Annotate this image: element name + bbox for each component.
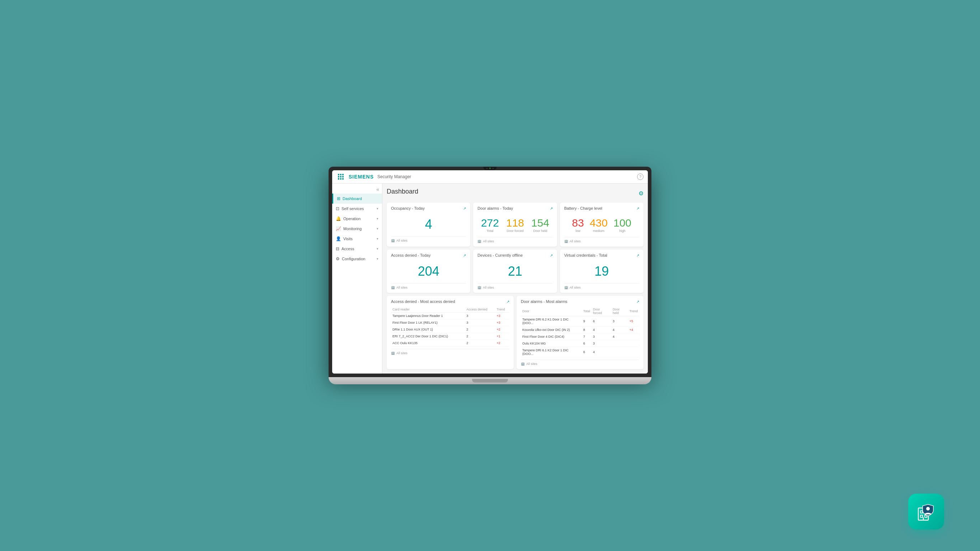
battery-high: 100 high [613, 217, 632, 233]
self-services-icon: ⊡ [336, 206, 339, 211]
monitoring-icon: 📈 [336, 226, 341, 231]
access-denied-table-title: Access denied - Most access denied [391, 299, 455, 304]
table-row: Tampere Laajennus Door Reader 1 3 +3 [391, 313, 509, 319]
access-denied-link-icon[interactable]: ↗ [463, 254, 466, 257]
card-header: Virtual credentials - Total ↗ [564, 253, 639, 257]
table-row: ERI 7_2_ACC2 Der Door 1 DIC (DIC1) 2 +1 [391, 333, 509, 340]
brand-name: SIEMENS [348, 174, 374, 179]
svg-point-6 [926, 507, 930, 510]
occupancy-link-icon[interactable]: ↗ [463, 206, 466, 210]
door-alarms-values: 272 Total 118 Door forced 154 Door held [477, 213, 552, 235]
chevron-icon: ▾ [377, 207, 379, 210]
forced-cell: 6 [592, 316, 611, 327]
table-card-header: Door alarms - Most alarms ↗ [521, 299, 639, 304]
door-cell: Tampere DRI 6.2 K1 Door 1 DIC (DOO... [521, 316, 582, 327]
table-row: First Floor Door 4 DIC (DIC4) 7 3 4 [521, 333, 639, 340]
devices-offline-link-icon[interactable]: ↗ [550, 254, 553, 257]
table-row: Oulu KK104 MG 6 3 [521, 340, 639, 347]
virtual-credentials-link-icon[interactable]: ↗ [636, 254, 639, 257]
trend-cell: +4 [628, 327, 639, 333]
access-denied-card: Access denied - Today ↗ 204 🏢 All sites [387, 249, 470, 293]
trend-cell: +2 [495, 340, 509, 347]
chevron-icon: ▾ [377, 227, 379, 230]
operation-icon: 🔔 [336, 216, 341, 221]
door-alarms-table-link-icon[interactable]: ↗ [636, 300, 639, 304]
sidebar-item-label: Monitoring [343, 227, 374, 231]
virtual-credentials-title: Virtual credentials - Total [564, 253, 607, 257]
col-total: Total [582, 306, 592, 316]
door-alarms-card: Door alarms - Today ↗ 272 Total 118 [473, 203, 557, 247]
trend-cell [628, 333, 639, 340]
sidebar-toggle[interactable]: « [332, 185, 382, 194]
dashboard-icon: ⊞ [337, 196, 340, 201]
sidebar-item-visits[interactable]: 👤 Visits ▾ [332, 234, 382, 244]
door-alarms-table-title: Door alarms - Most alarms [521, 299, 568, 304]
door-alarms-link-icon[interactable]: ↗ [550, 206, 553, 210]
battery-link-icon[interactable]: ↗ [636, 206, 639, 210]
alarm-total: 272 Total [481, 217, 499, 233]
building-icon: 🏢 [477, 240, 481, 243]
battery-footer: 🏢 All sites [564, 237, 639, 243]
reader-cell: ACC Oulu KK135 [391, 340, 465, 347]
total-cell: 6 [582, 347, 592, 357]
sidebar-item-access[interactable]: ⊟ Access ▾ [332, 244, 382, 254]
sidebar-item-dashboard[interactable]: ⊞ Dashboard [332, 194, 382, 203]
table-row: Tampere DRI 6.2 K1 Door 1 DIC (DOO... 9 … [521, 316, 639, 327]
content-area: Dashboard ⚙ Occupancy - Today ↗ 4 [382, 184, 648, 373]
battery-values: 83 low 430 medium 100 high [564, 213, 639, 235]
help-icon[interactable]: ? [637, 173, 644, 180]
card-header: Access denied - Today ↗ [391, 253, 466, 257]
held-cell: 4 [611, 333, 628, 340]
virtual-credentials-card: Virtual credentials - Total ↗ 19 🏢 All s… [560, 249, 644, 293]
occupancy-card: Occupancy - Today ↗ 4 🏢 All sites [387, 203, 470, 247]
access-denied-table: Card reader Access denied Trend Tampere … [391, 306, 509, 347]
door-cell: Tampere DRI 6.1 K2 Door 1 DIC (DOO... [521, 347, 582, 357]
door-alarms-footer: 🏢 All sites [477, 237, 552, 243]
sidebar-item-label: Self services [342, 206, 374, 211]
tables-grid: Access denied - Most access denied ↗ Car… [387, 296, 644, 369]
held-cell: 3 [611, 316, 628, 327]
reader-cell: Tampere Laajennus Door Reader 1 [391, 313, 465, 319]
app-grid-icon[interactable] [336, 172, 345, 181]
battery-title: Battery - Charge level [564, 206, 602, 210]
access-denied-table-card: Access denied - Most access denied ↗ Car… [387, 296, 514, 369]
page-title: Dashboard [387, 188, 418, 195]
sidebar-item-label: Operation [343, 216, 374, 221]
sidebar-item-configuration[interactable]: ⚙ Configuration ▾ [332, 254, 382, 264]
access-denied-title: Access denied - Today [391, 253, 430, 257]
virtual-credentials-value: 19 [564, 260, 639, 281]
access-denied-table-link-icon[interactable]: ↗ [506, 300, 509, 304]
visits-icon: 👤 [336, 236, 341, 241]
table-row: First Floor Door 1 LK (RELAY1) 3 +3 [391, 319, 509, 326]
col-door-held: Door held [611, 306, 628, 316]
forced-cell: 4 [592, 327, 611, 333]
chevron-icon: ▾ [377, 217, 379, 221]
settings-button[interactable]: ⚙ [638, 190, 644, 197]
sidebar-item-label: Access [342, 247, 374, 251]
held-cell [611, 347, 628, 357]
sidebar: « ⊞ Dashboard ⊡ Self services ▾ 🔔 Operat… [332, 184, 382, 373]
card-header: Occupancy - Today ↗ [391, 206, 466, 210]
card-header: Devices - Currently offline ↗ [477, 253, 552, 257]
held-cell [611, 340, 628, 347]
sidebar-item-self-services[interactable]: ⊡ Self services ▾ [332, 203, 382, 214]
floating-app-icon[interactable] [908, 494, 944, 529]
access-icon: ⊟ [336, 246, 339, 251]
sidebar-item-monitoring[interactable]: 📈 Monitoring ▾ [332, 224, 382, 234]
denied-cell: 2 [465, 333, 495, 340]
table-row: DRIe 1.1 Door AUX (OUT 1) 2 +2 [391, 326, 509, 333]
svg-rect-1 [920, 511, 923, 513]
sidebar-item-operation[interactable]: 🔔 Operation ▾ [332, 214, 382, 224]
table-row: Tampere DRI 6.1 K2 Door 1 DIC (DOO... 6 … [521, 347, 639, 357]
building-icon: 🏢 [391, 239, 395, 242]
building-icon: 🏢 [477, 286, 481, 289]
occupancy-title: Occupancy - Today [391, 206, 425, 210]
trend-cell [628, 340, 639, 347]
door-cell: First Floor Door 4 DIC (DIC4) [521, 333, 582, 340]
trend-cell: +1 [495, 333, 509, 340]
denied-cell: 3 [465, 313, 495, 319]
app-title: Security Manager [377, 174, 411, 179]
access-denied-table-footer: 🏢 All sites [391, 349, 509, 355]
trend-cell: +5 [628, 316, 639, 327]
card-header: Door alarms - Today ↗ [477, 206, 552, 210]
